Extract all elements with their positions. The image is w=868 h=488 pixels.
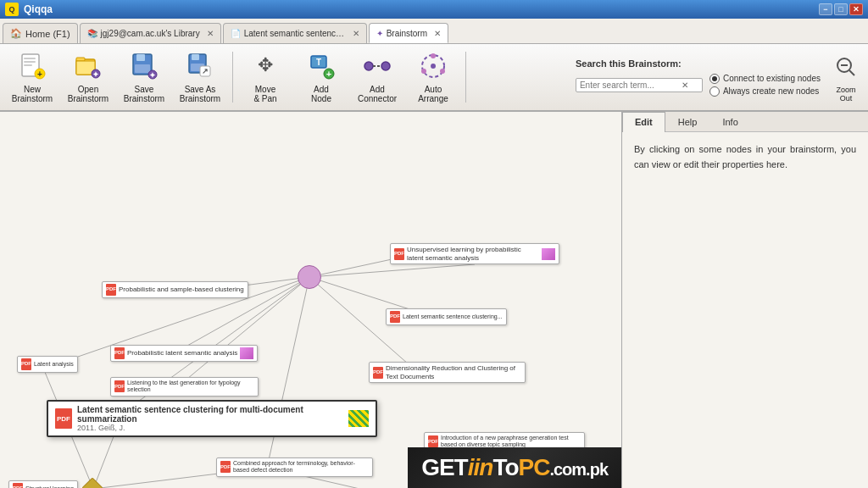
brainstorm-tab-icon: ✦ [376,29,383,38]
brainstorm-canvas[interactable]: PDF Unsupervised learning by probabilist… [0,112,622,488]
node-patch-striped [348,410,369,427]
node-prob-latent[interactable]: PDF Probabilistic latent semantic analys… [110,345,258,362]
hub-node-1[interactable] [81,477,103,488]
doc-icon: 📄 [231,29,241,38]
open-brainstorm-icon: ✦ [73,51,103,81]
toolbar: + New Brainstorm ✦ Open Brainstorm [0,44,868,112]
tab-latent-label: Latent semantic sentence clustering... [244,29,346,38]
svg-line-36 [849,70,854,75]
search-label: Search this Brainstorm: [576,58,682,69]
zoom-out-button[interactable]: Zoom Out [829,47,863,107]
maximize-button[interactable]: □ [834,3,848,15]
pdf-icon: PDF [394,248,404,260]
watermark-text: GETiinToPC.com.pk [421,454,608,481]
tab-library[interactable]: 📚 jgj29@cam.ac.uk's Library ✕ [80,23,221,43]
tab-home[interactable]: 🏠 Home (F1) [3,23,78,43]
move-pan-label: Move & Pan [253,85,276,103]
pdf-icon: PDF [114,347,125,359]
node-dimensionality[interactable]: PDF Dimensionality Reduction and Cluster… [369,362,526,383]
save-brainstorm-icon: ✦ [129,51,159,81]
save-brainstorm-label: Save Brainstorm [124,85,164,103]
save-as-brainstorm-button[interactable]: ↗ Save As Brainstorm [173,47,227,107]
new-brainstorm-button[interactable]: + New Brainstorm [5,47,59,107]
node-label: Probabilistic latent semantic analysis [127,349,237,358]
svg-line-46 [267,277,309,468]
search-clear-button[interactable]: ✕ [682,80,688,90]
zoom-out-label: Zoom Out [836,86,855,103]
zoom-out-icon [831,52,861,82]
new-brainstorm-label: New Brainstorm [12,85,53,103]
open-brainstorm-button[interactable]: ✦ Open Brainstorm [61,47,115,107]
svg-point-26 [364,62,373,70]
svg-rect-7 [76,58,85,61]
app-icon: Q [5,3,19,16]
tab-library-label: jgj29@cam.ac.uk's Library [101,29,200,38]
add-node-icon: T + [306,51,337,81]
svg-point-32 [440,69,445,74]
node-label: Combined approach for terminology, behav… [233,460,369,474]
tab-latent[interactable]: 📄 Latent semantic sentence clustering...… [223,23,367,43]
move-pan-icon: ✥ [250,51,281,81]
auto-arrange-button[interactable]: Auto Arrange [406,47,460,107]
tab-library-close[interactable]: ✕ [207,29,214,38]
tab-home-label: Home (F1) [25,29,70,39]
node-label: Dimensionality Reduction and Clustering … [386,364,521,380]
toolbar-group-brainstorm: + New Brainstorm ✦ Open Brainstorm [5,47,227,107]
svg-rect-17 [192,54,199,60]
panel-help-text: By clicking on some nodes in your brains… [634,142,856,172]
tab-latent-close[interactable]: ✕ [353,29,359,38]
toolbar-right: Search this Brainstorm: ✕ Connect to exi… [576,58,821,97]
move-pan-button[interactable]: ✥ Move & Pan [238,47,292,107]
app-title: Qiqqa [24,3,53,15]
node-prob-cluster[interactable]: PDF Probabilistic and sample-based clust… [102,281,248,298]
add-connector-button[interactable]: Add Connector [350,47,404,107]
node-structural[interactable]: PDF Structural learning [8,480,78,488]
svg-point-30 [431,64,436,69]
svg-rect-1 [24,58,36,59]
node-latent-small[interactable]: PDF Latent semantic sentence clustering.… [386,308,507,325]
radio-create-label: Always create new nodes [723,86,819,96]
close-button[interactable]: ✕ [849,3,863,15]
toolbar-sep-1 [232,52,233,103]
node-label: Listening to the last generation for typ… [127,380,254,394]
pdf-icon: PDF [428,435,438,447]
radio-create-new[interactable]: Always create new nodes [709,86,821,97]
featured-node[interactable]: PDF Latent semantic sentence clustering … [47,400,377,437]
svg-rect-12 [136,54,145,61]
node-listening[interactable]: PDF Listening to the last generation for… [110,377,259,396]
save-brainstorm-button[interactable]: ✦ Save Brainstorm [117,47,171,107]
wm-to: To [492,454,518,480]
radio-connect-existing[interactable]: Connect to existing nodes [709,74,821,84]
panel-tab-info[interactable]: Info [709,112,750,131]
central-node-1[interactable] [298,265,321,289]
svg-point-31 [431,53,436,58]
toolbar-sep-2 [465,52,466,103]
node-combined[interactable]: PDF Combined approach for terminology, b… [216,458,373,477]
svg-rect-2 [24,61,36,63]
pdf-icon: PDF [220,461,231,473]
tab-brainstorm[interactable]: ✦ Brainstorm ✕ [369,23,448,43]
tab-brainstorm-close[interactable]: ✕ [434,29,441,38]
featured-content: Latent semantic sentence clustering for … [77,405,343,432]
title-bar-left: Q Qiqqa [5,3,53,16]
minimize-button[interactable]: − [819,3,832,15]
node-label: Latent semantic sentence clustering... [403,313,503,320]
search-input[interactable] [580,80,682,90]
home-icon: 🏠 [10,28,22,39]
panel-tab-edit[interactable]: Edit [622,112,665,132]
add-connector-icon [362,51,392,81]
window-controls[interactable]: − □ ✕ [819,3,863,15]
node-latent-analysis[interactable]: PDF Latent analysis [17,356,78,373]
add-node-label: Add Node [311,85,331,103]
radio-connect-label: Connect to existing nodes [723,74,821,83]
node-unsupervised[interactable]: PDF Unsupervised learning by probabilist… [390,243,559,264]
title-bar: Q Qiqqa − □ ✕ [0,0,868,19]
panel-tab-help[interactable]: Help [665,112,710,131]
add-node-button[interactable]: T + Add Node [294,47,348,107]
wm-domain: .com.pk [549,460,608,479]
pdf-icon: PDF [390,311,400,323]
pdf-icon: PDF [106,284,116,296]
search-group: Search this Brainstorm: [576,58,821,69]
radio-create-dot [709,86,720,97]
pdf-icon: PDF [114,380,125,392]
